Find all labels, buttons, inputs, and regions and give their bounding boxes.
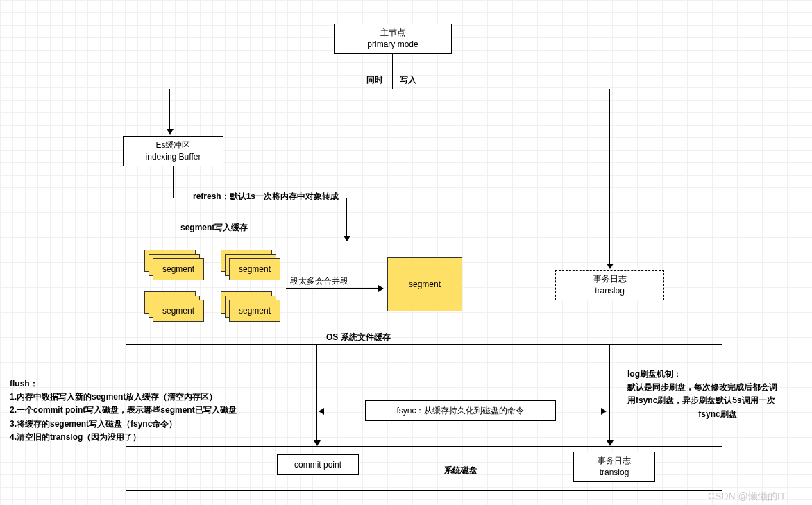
primary-line2: primary mode [367,39,418,51]
split-left: 同时 [366,74,383,86]
log-flush-title: log刷盘机制： [627,368,808,381]
flush-block: flush： 1.内存中数据写入新的segment放入缓存（清空内存区） 2.一… [10,377,294,444]
primary-line1: 主节点 [380,27,405,39]
os-cache-label: OS 系统文件缓存 [326,332,391,343]
line-buffer-into-os [346,198,347,241]
line-primary-down [392,54,393,89]
flush-l3: 3.将缓存的segement写入磁盘（fsync命令） [10,418,294,431]
commit-point-box: commit point [277,454,359,475]
line-to-buffer [169,89,170,134]
flush-l1: 1.内存中数据写入新的segment放入缓存（清空内存区） [10,391,294,404]
segment-card: segment [229,258,280,280]
fsync-box: fsync：从缓存持久化到磁盘的命令 [365,400,556,421]
line-split-h [169,89,610,89]
flush-l2: 2.一个commit point写入磁盘，表示哪些segment已写入磁盘 [10,404,294,417]
merge-label: 段太多会合并段 [290,275,348,287]
disk-translog-box: 事务日志 translog [573,452,655,482]
log-flush-l2: 用fsync刷盘，异步刷盘默认5s调用一次 [627,394,808,407]
disk-label: 系统磁盘 [444,465,477,477]
segment-stack-2: segment [221,250,283,284]
fsync-arrow-left [319,411,364,411]
segment-stack-3: segment [144,291,207,326]
refresh-label: refresh：默认1s一次将内存中对象转成 [193,191,339,203]
segment-card: segment [153,300,204,322]
commit-point-label: commit point [294,459,341,471]
buffer-line1: Es缓冲区 [155,139,190,151]
buffer-line2: indexing Buffer [146,151,201,163]
log-flush-block: log刷盘机制： 默认是同步刷盘，每次修改完成后都会调 用fsync刷盘，异步刷… [627,368,808,421]
disk-translog-line2: translog [600,467,629,479]
flush-title: flush： [10,377,294,391]
segment-text: segment [239,264,271,274]
log-flush-l1: 默认是同步刷盘，每次修改完成后都会调 [627,381,808,394]
segment-text: segment [409,280,441,289]
segment-text: segment [239,306,271,316]
primary-node-box: 主节点 primary mode [334,24,452,54]
split-right: 写入 [400,74,416,86]
watermark: CSDN @懒懒的IT [708,490,786,503]
es-buffer-box: Es缓冲区 indexing Buffer [123,136,223,166]
fsync-label: fsync：从缓存持久化到磁盘的命令 [396,405,524,417]
segment-card: segment [153,258,204,280]
segment-card: segment [229,300,280,322]
flush-l4: 4.清空旧的translog（因为没用了） [10,431,294,444]
translog-box: 事务日志 translog [555,270,664,300]
segment-stack-4: segment [221,291,283,326]
segment-text: segment [162,306,194,316]
merged-segment: segment [387,257,462,311]
line-merge [286,288,383,289]
disk-translog-line1: 事务日志 [598,455,631,467]
segment-stack-1: segment [144,250,207,284]
line-os-to-commit [316,345,317,445]
segment-text: segment [162,264,194,274]
log-flush-l3: fsync刷盘 [627,408,808,421]
translog-line1: 事务日志 [593,273,627,285]
line-os-to-translog2 [609,345,610,445]
fsync-arrow-right [557,411,606,411]
segment-cache-label: segment写入缓存 [180,222,248,234]
line-buffer-v [173,166,174,198]
translog-line2: translog [595,285,625,297]
